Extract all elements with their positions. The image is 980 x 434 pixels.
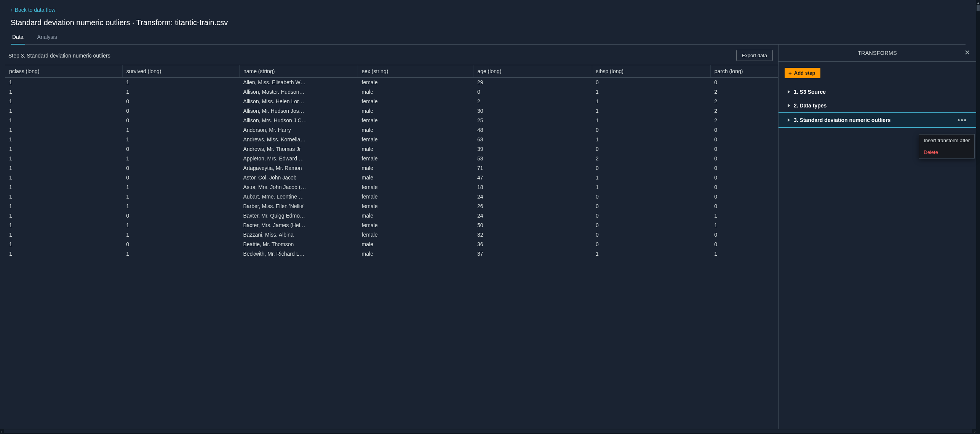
cell: 1 (122, 183, 239, 192)
cell: 0 (710, 154, 778, 163)
vertical-scrollbar[interactable]: ▴ (976, 0, 980, 434)
scrollbar-track[interactable] (4, 429, 972, 433)
export-data-button[interactable]: Export data (736, 50, 773, 61)
table-row[interactable]: 10Beattie, Mr. Thomsonmale3600 (5, 240, 778, 249)
more-icon[interactable]: ••• (958, 117, 967, 123)
table-row[interactable]: 10Andrews, Mr. Thomas Jrmale3900 (5, 144, 778, 154)
column-header[interactable]: pclass (long) (5, 65, 122, 78)
column-header[interactable]: age (long) (473, 65, 592, 78)
plus-icon: + (788, 70, 792, 76)
table-row[interactable]: 11Baxter, Mrs. James (Hel…female5001 (5, 221, 778, 230)
tab-data[interactable]: Data (11, 34, 25, 45)
cell: 29 (473, 78, 592, 87)
page-title: Standard deviation numeric outliers · Tr… (11, 18, 966, 27)
cell: 1 (592, 116, 710, 125)
cell: 1 (5, 173, 122, 183)
transform-step[interactable]: 3. Standard deviation numeric outliers••… (779, 112, 976, 128)
cell: 0 (710, 192, 778, 202)
column-header[interactable]: survived (long) (122, 65, 239, 78)
cell: 26 (473, 202, 592, 211)
tab-analysis[interactable]: Analysis (36, 34, 59, 44)
scroll-right-icon[interactable]: › (974, 429, 975, 434)
cell: 1 (592, 183, 710, 192)
table-row[interactable]: 11Barber, Miss. Ellen 'Nellie'female2600 (5, 202, 778, 211)
cell: Andrews, Miss. Kornelia… (239, 135, 358, 144)
column-header[interactable]: sibsp (long) (592, 65, 710, 78)
cell: 1 (122, 78, 239, 87)
scroll-left-icon[interactable]: ‹ (1, 429, 2, 434)
cell: 0 (710, 240, 778, 249)
table-row[interactable]: 11Bazzani, Miss. Albinafemale3200 (5, 230, 778, 240)
data-table-scroll[interactable]: pclass (long)survived (long)name (string… (5, 65, 778, 429)
table-row[interactable]: 10Baxter, Mr. Quigg Edmo…male2401 (5, 211, 778, 221)
cell: 0 (122, 116, 239, 125)
column-header[interactable]: sex (string) (358, 65, 473, 78)
cell: 1 (122, 87, 239, 97)
table-row[interactable]: 11Astor, Mrs. John Jacob (…female1810 (5, 183, 778, 192)
table-row[interactable]: 11Appleton, Mrs. Edward …female5320 (5, 154, 778, 163)
transforms-panel: TRANSFORMS ✕ + Add step 1. S3 Source2. D… (778, 45, 976, 429)
table-row[interactable]: 11Allen, Miss. Elisabeth W…female2900 (5, 78, 778, 87)
column-header[interactable]: parch (long) (710, 65, 778, 78)
add-step-button[interactable]: + Add step (785, 68, 820, 78)
cell: 1 (5, 249, 122, 259)
cell: female (358, 78, 473, 87)
cell: 0 (592, 240, 710, 249)
cell: 0 (122, 106, 239, 116)
back-link[interactable]: ‹ Back to data flow (11, 7, 55, 13)
cell: male (358, 163, 473, 173)
cell: 0 (122, 97, 239, 106)
table-row[interactable]: 10Astor, Col. John Jacobmale4710 (5, 173, 778, 183)
cell: 0 (592, 211, 710, 221)
cell: 18 (473, 183, 592, 192)
scrollbar-thumb[interactable] (977, 5, 980, 11)
cell: female (358, 202, 473, 211)
table-row[interactable]: 11Aubart, Mme. Leontine …female2400 (5, 192, 778, 202)
cell: 0 (710, 144, 778, 154)
cell: 1 (592, 87, 710, 97)
cell: 0 (710, 78, 778, 87)
column-header[interactable]: name (string) (239, 65, 358, 78)
cell: 0 (122, 173, 239, 183)
cell: 2 (592, 154, 710, 163)
cell: 1 (5, 202, 122, 211)
table-row[interactable]: 10Allison, Mr. Hudson Jos…male3012 (5, 106, 778, 116)
cell: 1 (710, 221, 778, 230)
cell: 0 (710, 135, 778, 144)
tabs: DataAnalysis (11, 34, 966, 45)
menu-item-delete[interactable]: Delete (919, 146, 974, 158)
cell: Astor, Col. John Jacob (239, 173, 358, 183)
horizontal-scrollbar[interactable]: ‹ › (0, 429, 976, 434)
cell: 1 (710, 249, 778, 259)
cell: 0 (592, 202, 710, 211)
table-row[interactable]: 11Andrews, Miss. Kornelia…female6310 (5, 135, 778, 144)
cell: female (358, 230, 473, 240)
table-row[interactable]: 10Allison, Mrs. Hudson J C…female2512 (5, 116, 778, 125)
cell: 1 (5, 87, 122, 97)
cell: 32 (473, 230, 592, 240)
cell: 0 (592, 163, 710, 173)
close-icon[interactable]: ✕ (964, 49, 970, 56)
cell: 48 (473, 125, 592, 135)
table-row[interactable]: 11Anderson, Mr. Harrymale4800 (5, 125, 778, 135)
cell: 0 (710, 163, 778, 173)
transform-step[interactable]: 1. S3 Source (785, 85, 970, 99)
transform-step[interactable]: 2. Data types (785, 99, 970, 112)
cell: 53 (473, 154, 592, 163)
cell: 30 (473, 106, 592, 116)
cell: male (358, 106, 473, 116)
table-row[interactable]: 11Allison, Master. Hudson…male012 (5, 87, 778, 97)
cell: Allison, Mr. Hudson Jos… (239, 106, 358, 116)
table-row[interactable]: 10Allison, Miss. Helen Lor…female212 (5, 97, 778, 106)
cell: 2 (710, 106, 778, 116)
scroll-up-icon[interactable]: ▴ (977, 1, 979, 5)
table-row[interactable]: 11Beckwith, Mr. Richard L…male3711 (5, 249, 778, 259)
cell: Aubart, Mme. Leontine … (239, 192, 358, 202)
cell: 0 (592, 78, 710, 87)
menu-item-insert-after[interactable]: Insert transform after (919, 135, 974, 146)
data-table: pclass (long)survived (long)name (string… (5, 65, 778, 259)
cell: female (358, 154, 473, 163)
cell: Allison, Miss. Helen Lor… (239, 97, 358, 106)
table-row[interactable]: 10Artagaveytia, Mr. Ramonmale7100 (5, 163, 778, 173)
cell: 2 (473, 97, 592, 106)
